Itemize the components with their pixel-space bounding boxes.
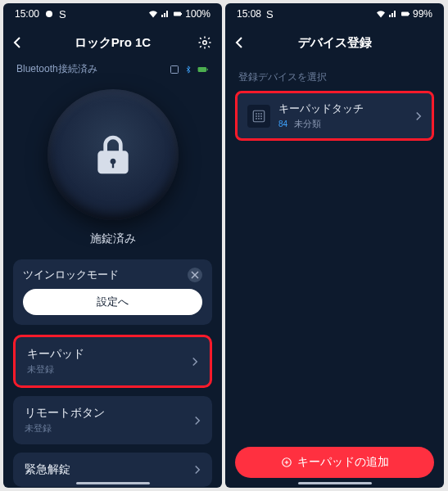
svg-point-15	[260, 115, 262, 117]
wifi-icon	[148, 9, 158, 19]
battery-percent: 100%	[185, 8, 210, 20]
status-time: 15:00	[15, 8, 39, 20]
battery-icon	[400, 9, 410, 19]
sms-icon: S	[266, 8, 274, 20]
header: デバイス登録	[225, 25, 444, 61]
add-keypad-label: キーパッドの追加	[297, 455, 389, 470]
svg-rect-6	[207, 68, 208, 70]
svg-point-18	[260, 118, 262, 119]
twin-lock-card: ツインロックモード 設定へ	[13, 259, 212, 325]
device-sub-prefix: 84	[278, 119, 287, 128]
sms-icon: S	[59, 8, 66, 20]
bluetooth-status-line: Bluetooth接続済み	[3, 61, 222, 83]
emergency-title: 緊急解錠	[25, 462, 70, 477]
remote-title: リモートボタン	[25, 406, 105, 421]
plus-circle-icon	[281, 457, 292, 468]
svg-point-0	[46, 11, 52, 17]
close-twin-button[interactable]	[188, 268, 202, 282]
settings-button[interactable]	[197, 35, 212, 50]
home-indicator[interactable]	[298, 482, 372, 484]
keypad-item[interactable]: キーパッド 未登録	[13, 335, 212, 388]
page-title: ロックPro 1C	[75, 35, 151, 51]
lock-status-label: 施錠済み	[90, 232, 136, 246]
chevron-right-icon	[192, 357, 198, 367]
svg-rect-8	[409, 13, 410, 15]
status-bar: 15:00 S 100%	[3, 3, 222, 25]
keypad-device-icon	[247, 105, 270, 128]
svg-rect-4	[171, 65, 179, 73]
lock-area: 施錠済み	[3, 83, 222, 259]
svg-point-12	[260, 113, 262, 115]
svg-point-11	[258, 113, 260, 115]
section-label: 登録デバイスを選択	[225, 61, 444, 91]
svg-point-17	[258, 118, 260, 119]
back-button[interactable]	[235, 36, 243, 49]
status-bar: 15:08 S 99%	[225, 3, 444, 25]
status-time: 15:08	[237, 8, 261, 20]
wifi-icon	[376, 9, 386, 19]
battery-percent: 99%	[413, 8, 432, 20]
page-title: デバイス登録	[298, 35, 372, 51]
battery-small-icon	[197, 65, 209, 74]
remote-button-item[interactable]: リモートボタン 未登録	[13, 396, 212, 444]
svg-point-3	[203, 41, 207, 45]
keypad-touch-item[interactable]: キーパッドタッチ 84 未分類	[235, 91, 434, 141]
signal-icon	[388, 9, 398, 19]
svg-rect-2	[181, 13, 182, 15]
svg-rect-7	[401, 12, 409, 16]
home-indicator[interactable]	[76, 482, 150, 484]
twin-lock-title: ツインロックモード	[23, 268, 119, 282]
device-title: キーパッドタッチ	[278, 101, 407, 116]
bluetooth-icon	[184, 65, 192, 74]
battery-icon	[173, 9, 183, 19]
remote-sub: 未登録	[25, 422, 105, 435]
signal-icon	[161, 9, 170, 19]
back-button[interactable]	[13, 36, 21, 49]
keypad-sub: 未登録	[27, 363, 84, 376]
svg-rect-5	[198, 67, 207, 72]
bluetooth-status: Bluetooth接続済み	[16, 62, 97, 76]
svg-point-13	[256, 115, 257, 117]
chevron-right-icon	[194, 465, 201, 475]
notification-icon	[44, 9, 54, 19]
header: ロックPro 1C	[3, 25, 222, 61]
lock-toggle-button[interactable]	[48, 89, 179, 220]
svg-point-14	[258, 115, 260, 117]
svg-point-10	[256, 113, 257, 115]
right-screen: 15:08 S 99% デバイス登録 登録デバイスを選択 キーパッドタッチ 84…	[225, 3, 444, 488]
svg-point-16	[256, 118, 257, 119]
lock-icon	[90, 132, 136, 178]
twin-settings-button[interactable]: 設定へ	[23, 289, 202, 315]
keypad-title: キーパッド	[27, 347, 84, 362]
left-screen: 15:00 S 100% ロックPro 1C Bluetooth接続済み	[3, 3, 222, 488]
svg-rect-1	[174, 12, 181, 16]
device-sub: 未分類	[294, 118, 321, 130]
add-keypad-button[interactable]: キーパッドの追加	[235, 447, 434, 478]
chevron-right-icon	[415, 111, 422, 121]
twin-settings-label: 設定へ	[97, 295, 129, 309]
nfc-icon	[170, 65, 179, 74]
chevron-right-icon	[194, 416, 201, 426]
